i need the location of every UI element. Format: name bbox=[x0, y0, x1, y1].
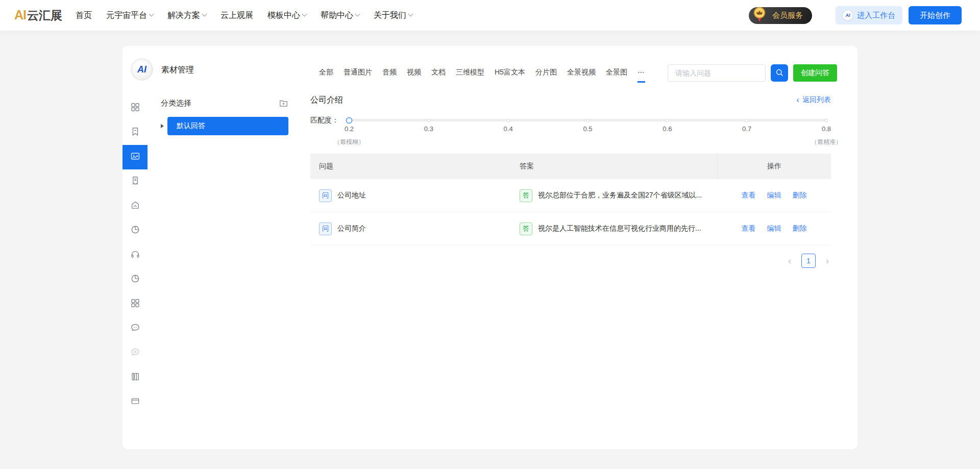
tick-label: 0.3 bbox=[424, 125, 433, 133]
delete-link[interactable]: 删除 bbox=[793, 191, 807, 200]
delete-link[interactable]: 删除 bbox=[793, 224, 807, 233]
start-create-label: 开始创作 bbox=[920, 11, 950, 20]
tick-label: 0.2 bbox=[345, 125, 354, 133]
edit-link[interactable]: 编辑 bbox=[767, 191, 781, 200]
question-text: 公司简介 bbox=[337, 224, 366, 233]
header-question: 问题 bbox=[310, 154, 520, 179]
question-text: 公司地址 bbox=[337, 191, 366, 200]
tick-label: 0.4 bbox=[504, 125, 513, 133]
material-type-tabs: 全部 普通图片 音频 视频 文档 三维模型 H5富文本 分片图 全景视频 全景图… bbox=[319, 67, 645, 83]
back-to-list-label: 返回列表 bbox=[802, 95, 831, 105]
sidebar-item-chat-robot[interactable] bbox=[122, 316, 148, 341]
brand-logo[interactable]: AI 云汇展 bbox=[14, 8, 62, 23]
match-slider-handle[interactable] bbox=[346, 117, 353, 124]
question-badge: 问 bbox=[319, 189, 332, 202]
tab-more[interactable]: ⋯ bbox=[638, 67, 645, 83]
chevron-left-icon: ‹ bbox=[796, 96, 799, 104]
sidebar-item-window[interactable] bbox=[122, 390, 148, 414]
member-service-label: 会员服务 bbox=[772, 11, 803, 20]
sidebar-item-grid-2[interactable] bbox=[122, 292, 148, 316]
qa-main-panel: 公司介绍 ‹ 返回列表 匹配度： 0 bbox=[310, 94, 831, 268]
page-number-current[interactable]: 1 bbox=[801, 254, 816, 268]
nav-actions: 会员服务 AI 进入工作台 开始创作 bbox=[749, 6, 962, 24]
table-row: 问 公司地址 答 视尔总部位于合肥，业务遍及全国27个省级区域以... 查看 编… bbox=[310, 179, 831, 212]
search-group: 创建问答 bbox=[668, 64, 837, 82]
create-qa-button[interactable]: 创建问答 bbox=[793, 64, 837, 82]
tab-pano-video[interactable]: 全景视频 bbox=[567, 67, 596, 83]
book-panels-icon bbox=[130, 372, 140, 384]
nav-item-solutions[interactable]: 解决方案 bbox=[167, 0, 206, 31]
workspace-logo-icon: AI bbox=[843, 10, 853, 20]
match-slider-track[interactable] bbox=[349, 119, 826, 121]
slider-stop bbox=[427, 118, 430, 122]
nav-item-help[interactable]: 帮助中心 bbox=[321, 0, 359, 31]
search-button[interactable] bbox=[771, 64, 788, 82]
window-icon bbox=[130, 396, 140, 408]
nav-menu: 首页 元宇宙平台 解决方案 云上观展 模板中心 帮助中心 关于我们 bbox=[76, 0, 412, 31]
tab-document[interactable]: 文档 bbox=[431, 67, 446, 83]
headphones-icon bbox=[130, 249, 140, 261]
sidebar-item-building[interactable] bbox=[122, 194, 148, 218]
sidebar-item-pie[interactable] bbox=[122, 218, 148, 243]
match-degree-label: 匹配度： bbox=[310, 116, 339, 125]
nav-item-templates[interactable]: 模板中心 bbox=[267, 0, 306, 31]
enter-workspace-label: 进入工作台 bbox=[857, 11, 895, 20]
top-navbar: AI 云汇展 首页 元宇宙平台 解决方案 云上观展 模板中心 帮助中心 关于我们… bbox=[0, 0, 980, 31]
receipt-icon bbox=[130, 176, 140, 188]
nav-item-home[interactable]: 首页 bbox=[76, 0, 92, 31]
enter-workspace-button[interactable]: AI 进入工作台 bbox=[836, 6, 902, 24]
prev-page-icon[interactable]: ‹ bbox=[788, 256, 791, 265]
sidebar-item-comment[interactable] bbox=[122, 341, 148, 365]
nav-item-about[interactable]: 关于我们 bbox=[374, 0, 412, 31]
sidebar-item-book[interactable] bbox=[122, 365, 148, 390]
slider-max-note: （最精准） bbox=[811, 138, 842, 146]
grid-icon bbox=[130, 298, 140, 310]
material-management-card: AI 素材管理 全部 普通图片 音频 视频 文档 三维模型 H5富文本 分片图 … bbox=[122, 46, 857, 449]
chevron-down-icon bbox=[408, 12, 413, 17]
section-title: 公司介绍 bbox=[310, 95, 343, 106]
header-actions: 操作 bbox=[717, 154, 831, 179]
tab-normal-image[interactable]: 普通图片 bbox=[344, 67, 372, 83]
header-answer: 答案 bbox=[520, 154, 717, 179]
sidebar-item-headphones[interactable] bbox=[122, 243, 148, 267]
tab-video[interactable]: 视频 bbox=[407, 67, 421, 83]
answer-badge: 答 bbox=[520, 223, 532, 235]
tick-label: 0.5 bbox=[583, 125, 592, 133]
sidebar-item-receipt[interactable] bbox=[122, 169, 148, 194]
nav-item-online-expo[interactable]: 云上观展 bbox=[220, 0, 253, 31]
comment-icon bbox=[130, 347, 140, 359]
tab-pano-image[interactable]: 全景图 bbox=[606, 67, 627, 83]
edit-link[interactable]: 编辑 bbox=[767, 224, 781, 233]
tab-slice-image[interactable]: 分片图 bbox=[535, 67, 557, 83]
category-item-default-answer[interactable]: 默认回答 bbox=[167, 117, 288, 135]
tab-h5-richtext[interactable]: H5富文本 bbox=[495, 67, 525, 83]
answer-badge: 答 bbox=[520, 189, 532, 202]
table-header-row: 问题 答案 操作 bbox=[310, 154, 831, 179]
slider-ticks: 0.2 0.3 0.4 0.5 0.6 0.7 0.8 （最模糊） （最精准） bbox=[349, 125, 826, 147]
app-avatar: AI bbox=[131, 58, 153, 81]
category-row: 默认回答 bbox=[161, 117, 288, 135]
answer-text: 视尔是人工智能技术在信息可视化行业商用的先行... bbox=[538, 224, 701, 233]
bookmark-icon bbox=[130, 127, 140, 139]
back-to-list-link[interactable]: ‹ 返回列表 bbox=[796, 95, 831, 105]
tab-audio[interactable]: 音频 bbox=[382, 67, 397, 83]
building-chart-icon bbox=[130, 200, 140, 212]
view-link[interactable]: 查看 bbox=[742, 191, 756, 200]
start-create-button[interactable]: 开始创作 bbox=[909, 6, 962, 24]
view-link[interactable]: 查看 bbox=[742, 224, 756, 233]
sidebar-item-bookmark[interactable] bbox=[122, 120, 148, 145]
tab-all[interactable]: 全部 bbox=[319, 67, 333, 83]
nav-item-metaverse[interactable]: 元宇宙平台 bbox=[106, 0, 153, 31]
tab-3d-model[interactable]: 三维模型 bbox=[456, 67, 484, 83]
sidebar-item-pie-2[interactable] bbox=[122, 267, 148, 292]
pie-chart-icon bbox=[130, 225, 140, 237]
add-folder-icon[interactable] bbox=[279, 98, 288, 108]
member-service-button[interactable]: 会员服务 bbox=[749, 7, 812, 24]
sidebar-item-image-active[interactable] bbox=[122, 145, 148, 169]
image-icon bbox=[130, 151, 140, 163]
next-page-icon[interactable]: › bbox=[826, 256, 829, 265]
category-panel: 分类选择 默认回答 bbox=[161, 98, 288, 135]
sidebar-item-grid[interactable] bbox=[122, 96, 148, 120]
search-input[interactable] bbox=[668, 64, 766, 82]
expand-arrow-icon[interactable] bbox=[161, 124, 164, 128]
